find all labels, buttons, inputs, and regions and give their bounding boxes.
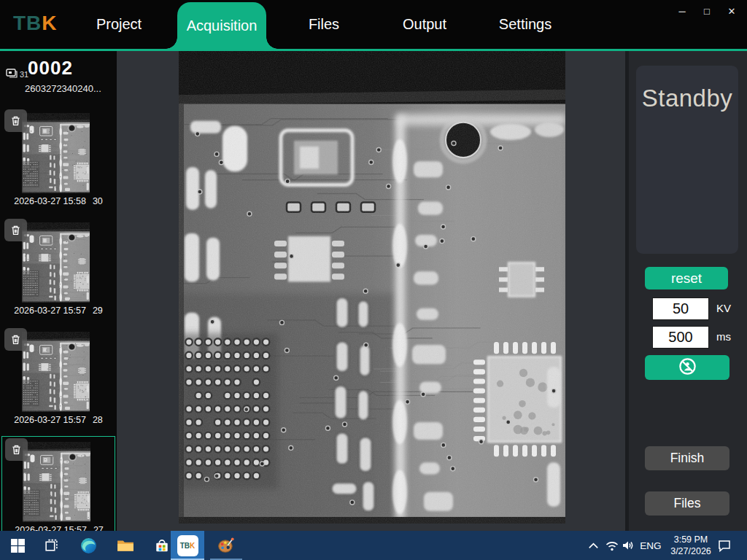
action-center-icon[interactable] <box>715 531 734 560</box>
kv-input[interactable] <box>652 298 709 320</box>
taskbar: TBK <box>0 531 747 560</box>
capture-date: 2026-03-27 15:57 <box>14 306 86 316</box>
capture-index: 28 <box>93 415 103 425</box>
edge-icon[interactable] <box>72 531 104 560</box>
time-text: 3:59 PM <box>674 534 708 545</box>
date-text: 3/27/2026 <box>670 545 711 557</box>
accent-divider <box>0 49 747 51</box>
delete-button[interactable] <box>4 328 27 351</box>
xray-viewport[interactable] <box>179 51 565 524</box>
clock[interactable]: 3:59 PM 3/27/2026 <box>665 531 716 560</box>
trash-icon <box>9 224 22 236</box>
ms-field: ms <box>629 326 747 349</box>
status-text: Standby <box>636 85 738 112</box>
files-button[interactable]: Files <box>645 491 729 516</box>
tab-output[interactable]: Output <box>388 0 461 49</box>
thumbnail-item[interactable]: 2026-03-27 15:5728 <box>1 327 115 429</box>
ms-input[interactable] <box>652 326 709 349</box>
capture-date: 2026-03-27 15:57 <box>15 525 87 531</box>
no-radiation-icon <box>678 357 697 378</box>
navbar: TBK Project Acquisition Files Output Set… <box>0 0 747 49</box>
images-icon <box>6 69 18 79</box>
start-button[interactable] <box>1 531 34 560</box>
thumbnail-caption: 2026-03-27 15:5729 <box>1 306 115 316</box>
tab-project[interactable]: Project <box>80 0 158 49</box>
trash-icon <box>10 443 23 456</box>
kv-field: KV <box>629 298 747 320</box>
thumbnail-item[interactable]: 2026-03-27 15:5729 <box>1 217 115 319</box>
tbk-app-icon: TBK <box>177 535 198 556</box>
sidebar: 31 0002 2603272340240... 2026-03-27 15:5… <box>0 51 117 531</box>
project-id: 0002 <box>28 57 73 79</box>
xray-image <box>179 51 565 524</box>
xray-toggle-button[interactable] <box>645 355 729 380</box>
project-header: 31 0002 2603272340240... <box>0 51 117 108</box>
task-view-button[interactable] <box>35 531 67 560</box>
control-panel: Standby reset KV ms Finish Files <box>625 51 747 531</box>
language-indicator[interactable]: ENG <box>636 531 665 560</box>
thumbnail-list: 2026-03-27 15:5830 2026-03-27 15:5729 20… <box>0 108 117 531</box>
thumbnail-image[interactable] <box>22 113 90 193</box>
logo-k: K <box>42 12 57 34</box>
thumbnail-image[interactable] <box>23 442 90 522</box>
app-window: TBK Project Acquisition Files Output Set… <box>0 0 747 560</box>
maximize-button[interactable]: □ <box>702 6 712 17</box>
xray-image <box>23 442 90 522</box>
thumbnail-caption: 2026-03-27 15:5727 <box>2 525 116 531</box>
reset-button[interactable]: reset <box>645 267 728 289</box>
tab-settings[interactable]: Settings <box>487 0 563 49</box>
finish-button[interactable]: Finish <box>645 446 729 470</box>
delete-button[interactable] <box>4 109 27 132</box>
task-view-icon <box>44 538 59 553</box>
window-controls: ─ □ ✕ <box>677 6 737 17</box>
capture-index: 30 <box>93 196 103 206</box>
xray-image <box>22 113 90 193</box>
capture-index: 27 <box>93 525 104 531</box>
app-logo: TBK <box>13 12 58 35</box>
tray-expand-chevron-icon[interactable] <box>584 531 603 560</box>
trash-icon <box>9 114 22 127</box>
capture-date: 2026-03-27 15:58 <box>14 196 86 206</box>
capture-index: 29 <box>93 306 103 316</box>
close-button[interactable]: ✕ <box>727 6 737 17</box>
thumbnail-caption: 2026-03-27 15:5830 <box>1 196 115 206</box>
thumbnail-item[interactable]: 2026-03-27 15:5830 <box>1 108 115 210</box>
minimize-button[interactable]: ─ <box>677 6 687 17</box>
thumbnail-image[interactable] <box>22 222 90 303</box>
project-code: 2603272340240... <box>25 83 101 94</box>
delete-button[interactable] <box>5 438 28 461</box>
status-card: Standby <box>636 66 738 254</box>
taskbar-tbk-app[interactable]: TBK <box>171 531 204 560</box>
kv-unit-label: KV <box>716 302 731 314</box>
windows-icon <box>10 538 26 553</box>
logo-tb: TB <box>13 12 42 34</box>
ms-unit-label: ms <box>716 330 731 343</box>
paint-icon[interactable] <box>210 531 242 560</box>
tab-acquisition[interactable]: Acquisition <box>177 2 266 49</box>
file-explorer-icon[interactable] <box>109 531 142 560</box>
volume-icon[interactable] <box>619 531 638 560</box>
tab-files[interactable]: Files <box>289 0 359 49</box>
thumbnail-image[interactable] <box>22 332 90 412</box>
delete-button[interactable] <box>4 219 27 241</box>
xray-image <box>22 332 90 412</box>
trash-icon <box>9 333 22 346</box>
capture-date: 2026-03-27 15:57 <box>14 415 86 425</box>
thumbnail-item[interactable]: 2026-03-27 15:5727 <box>1 436 115 531</box>
xray-image <box>22 222 90 303</box>
thumbnail-caption: 2026-03-27 15:5728 <box>1 415 115 425</box>
